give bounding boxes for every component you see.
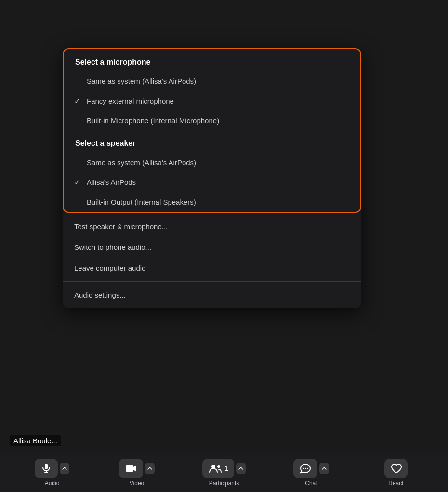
speaker-option-builtin[interactable]: Built-in Output (Internal Speakers) bbox=[64, 192, 360, 212]
audio-button[interactable] bbox=[35, 459, 58, 478]
switch-phone-audio-item[interactable]: Switch to phone audio... bbox=[63, 237, 361, 258]
react-label: React bbox=[388, 480, 403, 487]
heart-icon bbox=[390, 463, 402, 474]
check-icon-speaker: ✓ bbox=[74, 178, 80, 187]
speaker-option-system[interactable]: Same as system (Allisa's AirPods) bbox=[64, 153, 360, 172]
toolbar: Audio Video bbox=[0, 453, 448, 492]
chat-button[interactable] bbox=[293, 459, 317, 478]
svg-rect-3 bbox=[126, 465, 133, 472]
microphone-icon bbox=[40, 463, 52, 474]
video-toolbar-item: Video bbox=[118, 459, 156, 487]
audio-label: Audio bbox=[45, 480, 60, 487]
svg-rect-0 bbox=[45, 464, 48, 469]
participants-icon bbox=[208, 463, 223, 474]
test-speaker-mic-item[interactable]: Test speaker & microphone... bbox=[63, 216, 361, 237]
chevron-up-icon-participants bbox=[238, 466, 244, 471]
chevron-up-icon bbox=[62, 466, 67, 471]
participants-label: Participants bbox=[209, 480, 239, 487]
svg-point-7 bbox=[305, 467, 306, 468]
video-chevron-button[interactable] bbox=[145, 463, 155, 474]
chat-icon-row bbox=[293, 459, 329, 478]
video-icon-row bbox=[119, 459, 155, 478]
settings-section: Audio settings... bbox=[63, 281, 361, 308]
participants-button[interactable]: 1 bbox=[202, 459, 234, 478]
audio-toolbar-item: Audio bbox=[33, 459, 71, 487]
svg-point-5 bbox=[217, 465, 220, 468]
participants-toolbar-item: 1 Participants bbox=[202, 459, 246, 487]
audio-settings-item[interactable]: Audio settings... bbox=[63, 285, 361, 305]
react-button[interactable] bbox=[384, 459, 408, 478]
microphone-section: Select a microphone Same as system (Alli… bbox=[63, 48, 361, 130]
mic-section-header: Select a microphone bbox=[64, 49, 360, 71]
svg-point-6 bbox=[303, 467, 304, 468]
audio-chevron-button[interactable] bbox=[60, 463, 69, 474]
participant-name-label: Allisa Boule... bbox=[10, 435, 61, 446]
mic-option-fancy[interactable]: ✓ Fancy external microphone bbox=[64, 91, 360, 111]
svg-point-8 bbox=[307, 467, 308, 468]
chevron-up-icon-chat bbox=[321, 466, 327, 471]
video-button[interactable] bbox=[119, 459, 143, 478]
chevron-up-icon-video bbox=[147, 466, 153, 471]
audio-icon-row bbox=[35, 459, 69, 478]
react-icon-row bbox=[384, 459, 408, 478]
svg-point-4 bbox=[211, 465, 215, 468]
chat-label: Chat bbox=[305, 480, 317, 487]
chat-icon bbox=[299, 463, 312, 474]
participant-name-text: Allisa Boule... bbox=[13, 437, 57, 445]
participants-chevron-button[interactable] bbox=[236, 463, 246, 474]
audio-popup-menu: Select a microphone Same as system (Alli… bbox=[63, 48, 361, 308]
speaker-section: Select a speaker Same as system (Allisa'… bbox=[63, 130, 361, 213]
react-toolbar-item[interactable]: React bbox=[377, 459, 415, 487]
check-icon: ✓ bbox=[74, 97, 80, 105]
participants-icon-row: 1 bbox=[202, 459, 246, 478]
participants-count: 1 bbox=[224, 465, 228, 472]
extra-items-section: Test speaker & microphone... Switch to p… bbox=[63, 213, 361, 281]
video-label: Video bbox=[130, 480, 144, 487]
mic-option-system[interactable]: Same as system (Allisa's AirPods) bbox=[64, 71, 360, 91]
video-icon bbox=[125, 463, 137, 474]
leave-computer-audio-item[interactable]: Leave computer audio bbox=[63, 258, 361, 278]
chat-chevron-button[interactable] bbox=[319, 463, 329, 474]
chat-toolbar-item: Chat bbox=[292, 459, 330, 487]
mic-option-builtin[interactable]: Built-in Microphone (Internal Microphone… bbox=[64, 111, 360, 130]
speaker-option-airpods[interactable]: ✓ Allisa's AirPods bbox=[64, 172, 360, 192]
speaker-section-header: Select a speaker bbox=[64, 130, 360, 153]
